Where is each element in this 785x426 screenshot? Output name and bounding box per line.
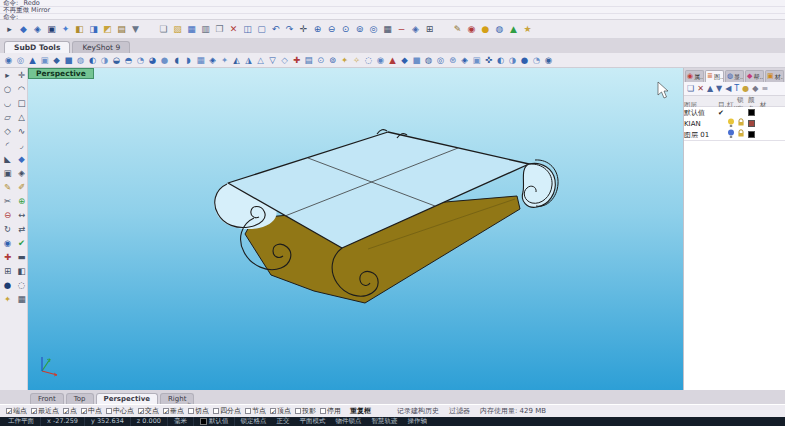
panel-tab[interactable]: ▣ 材... [765,70,784,82]
sidebar-tool-icon[interactable]: ▸ [1,69,14,82]
toolbar-icon[interactable]: ◎ [367,23,380,36]
subd-toolbar-icon[interactable]: ✚ [291,54,302,66]
subd-toolbar-icon[interactable]: ◌ [363,54,374,66]
layers-toolbar-icon[interactable]: ◀ [725,83,731,95]
sidebar-tool-icon[interactable]: ◌ [15,279,28,292]
sidebar-tool-icon[interactable]: ⊖ [1,209,14,222]
units-label[interactable]: 毫米 [168,417,194,426]
status-info-label[interactable]: 内存使用量: 429 MB [480,406,546,416]
toolbar-icon[interactable]: ❏ [157,23,170,36]
osnap-item[interactable]: 顶点 [270,406,291,416]
toolbar-icon[interactable]: ▼ [129,23,142,36]
subd-toolbar-icon[interactable]: ◆ [399,54,410,66]
panel-tab[interactable]: ≣ 图... [705,70,724,82]
toolbar-icon[interactable]: ✎ [451,23,464,36]
status-info-label[interactable]: 记录建构历史 [397,406,439,416]
sidebar-tool-icon[interactable]: □ [15,97,28,110]
subd-toolbar-icon[interactable]: ⊛ [447,54,458,66]
layer-color-swatch[interactable] [748,131,755,138]
subd-toolbar-icon[interactable]: ◉ [3,54,14,66]
toolbar-icon[interactable]: ▥ [199,23,212,36]
toolbar-icon[interactable]: ↷ [283,23,296,36]
subd-toolbar-icon[interactable]: ▽ [267,54,278,66]
toolbar-icon[interactable]: ⊙ [339,23,352,36]
layers-toolbar-icon[interactable]: ❏ [687,83,694,95]
sidebar-tool-icon[interactable]: ◣ [1,153,14,166]
osnap-checkbox[interactable] [270,408,276,414]
subd-toolbar-icon[interactable]: ⊚ [327,54,338,66]
toolbar-icon[interactable]: ▦ [185,23,198,36]
osnap-item[interactable]: 点 [63,406,77,416]
layers-toolbar-icon[interactable]: ◆ [752,83,758,95]
subd-toolbar-icon[interactable]: ◒ [111,54,122,66]
toolbar-icon[interactable]: ▢ [255,23,268,36]
sidebar-tool-icon[interactable]: ◆ [15,153,28,166]
layers-toolbar-icon[interactable]: ▼ [716,83,722,95]
osnap-checkbox[interactable] [6,408,12,414]
toolbar-icon[interactable]: ▦ [381,23,394,36]
sidebar-tool-icon[interactable]: ✛ [15,69,28,82]
sidebar-tool-icon[interactable]: ▱ [1,111,14,124]
layer-row[interactable]: 默认值 ✔ [684,107,785,118]
sidebar-tool-icon[interactable]: △ [15,111,28,124]
layers-toolbar-icon[interactable]: ● [742,83,749,95]
layer-current-check[interactable]: ✔ [718,109,727,117]
subd-toolbar-icon[interactable]: ◑ [99,54,110,66]
osnap-item[interactable]: 中心点 [106,406,134,416]
sidebar-tool-icon[interactable]: ○ [1,83,14,96]
osnap-checkbox[interactable] [106,408,112,414]
sidebar-tool-icon[interactable]: ● [1,279,14,292]
sidebar-tool-icon[interactable]: ✐ [15,181,28,194]
sidebar-tool-icon[interactable]: ◇ [1,125,14,138]
sidebar-tool-icon[interactable]: ◧ [15,265,28,278]
sidebar-tool-icon[interactable]: ✦ [1,293,14,306]
sidebar-tool-icon[interactable]: ✂ [1,195,14,208]
status-toggle[interactable]: 锁定格点 [235,417,271,426]
osnap-extra-label[interactable]: 重复框 [350,406,371,416]
subd-toolbar-icon[interactable]: ◍ [423,54,434,66]
panel-tab[interactable]: ◉ 属... [685,70,704,82]
toolbar-icon[interactable]: ◩ [101,23,114,36]
toolbar-icon[interactable]: ◍ [493,23,506,36]
toolbar-icon[interactable]: ✕ [227,23,240,36]
sidebar-tool-icon[interactable]: ⊞ [1,265,14,278]
status-toggle[interactable]: 正交 [271,417,294,426]
status-info-label[interactable]: 过滤器 [449,406,470,416]
sidebar-tool-icon[interactable]: ✔ [15,237,28,250]
toolbar-tab[interactable]: SubD Tools [4,41,70,53]
subd-toolbar-icon[interactable]: ◔ [135,54,146,66]
toolbar-icon[interactable]: ◈ [31,23,44,36]
viewport-tab[interactable]: Top [66,393,94,404]
subd-toolbar-icon[interactable]: ◮ [243,54,254,66]
toolbar-icon[interactable]: ⊚ [353,23,366,36]
toolbar-icon[interactable]: ▸ [3,23,16,36]
subd-toolbar-icon[interactable]: ● [519,54,530,66]
osnap-checkbox[interactable] [188,408,194,414]
osnap-checkbox[interactable] [31,408,37,414]
toolbar-icon[interactable]: ● [479,23,492,36]
layer-color-swatch[interactable] [748,120,755,127]
subd-toolbar-icon[interactable]: ◈ [207,54,218,66]
toolbar-icon[interactable]: ▣ [45,23,58,36]
layer-name[interactable]: 默认值 [684,108,718,118]
subd-toolbar-icon[interactable]: ◐ [495,54,506,66]
layers-toolbar-icon[interactable]: ▲ [707,83,713,95]
sidebar-tool-icon[interactable]: ∿ [15,125,28,138]
subd-toolbar-icon[interactable]: ◓ [123,54,134,66]
toolbar-icon[interactable]: − [395,23,408,36]
osnap-item[interactable]: 端点 [6,406,27,416]
toolbar-icon[interactable]: ▧ [171,23,184,36]
subd-toolbar-icon[interactable]: ◆ [51,54,62,66]
osnap-item[interactable]: 四分点 [213,406,241,416]
viewport-tab[interactable]: Front [30,393,64,404]
layer-row[interactable]: 图层 01 [684,129,785,140]
osnap-item[interactable]: 节点 [245,406,266,416]
subd-toolbar-icon[interactable]: ✦ [219,54,230,66]
osnap-item[interactable]: 投影 [295,406,316,416]
osnap-checkbox[interactable] [245,408,251,414]
subd-toolbar-icon[interactable]: ◕ [147,54,158,66]
sidebar-tool-icon[interactable]: ▬ [15,251,28,264]
subd-toolbar-icon[interactable]: ◍ [75,54,86,66]
toolbar-tab[interactable]: KeyShot 9 [72,41,130,53]
subd-toolbar-icon[interactable]: ◐ [87,54,98,66]
